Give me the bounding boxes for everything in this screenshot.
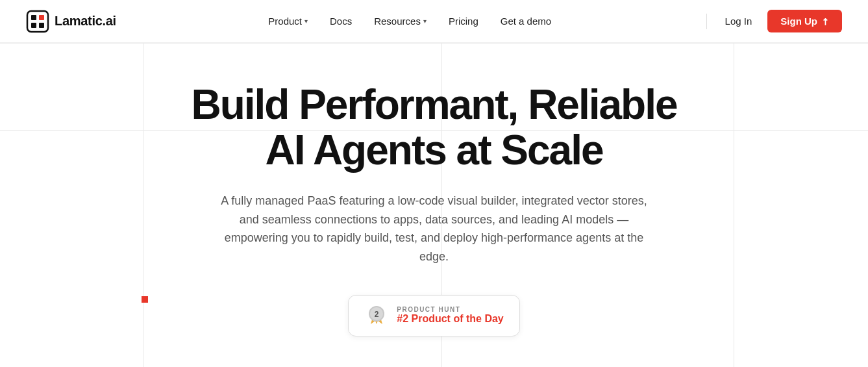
nav-product[interactable]: Product ▾ [259, 10, 317, 32]
nav-resources-label: Resources [374, 16, 421, 27]
nav-product-label: Product [268, 16, 302, 27]
login-button[interactable]: Log In [715, 10, 763, 32]
navbar-center: Product ▾ Docs Resources ▾ Pricing Get a… [259, 10, 560, 32]
red-dot-decoration [142, 296, 148, 303]
product-hunt-label: PRODUCT HUNT [397, 306, 460, 313]
navbar: Lamatic.ai Product ▾ Docs Resources ▾ Pr… [0, 0, 868, 43]
svg-rect-3 [31, 23, 36, 28]
product-hunt-title: #2 Product of the Day [397, 313, 503, 325]
badge-container: 2 PRODUCT HUNT #2 Product of the Day [348, 295, 519, 336]
svg-rect-4 [39, 23, 44, 28]
svg-rect-0 [27, 11, 48, 32]
nav-divider [706, 14, 707, 29]
nav-get-demo-label: Get a demo [501, 16, 551, 27]
svg-text:2: 2 [375, 310, 379, 319]
nav-resources[interactable]: Resources ▾ [365, 10, 436, 32]
signup-button[interactable]: Sign Up ↗ [767, 10, 842, 32]
product-hunt-text: PRODUCT HUNT #2 Product of the Day [397, 306, 503, 325]
nav-docs[interactable]: Docs [321, 10, 361, 32]
product-hunt-badge[interactable]: 2 PRODUCT HUNT #2 Product of the Day [348, 295, 519, 336]
main-content: Build Performant, Reliable AI Agents at … [0, 43, 868, 362]
logo-icon [26, 10, 49, 33]
product-hunt-medal-icon: 2 [364, 303, 389, 328]
signup-arrow-icon: ↗ [819, 15, 832, 28]
product-chevron-icon: ▾ [304, 18, 308, 25]
svg-rect-2 [39, 15, 44, 20]
logo-area[interactable]: Lamatic.ai [26, 10, 116, 33]
signup-label: Sign Up [780, 16, 817, 27]
hero-subtitle: A fully managed PaaS featuring a low-cod… [214, 192, 655, 266]
svg-rect-1 [31, 15, 36, 20]
navbar-right: Log In Sign Up ↗ [704, 10, 842, 32]
nav-docs-label: Docs [330, 16, 352, 27]
logo-text: Lamatic.ai [55, 14, 116, 29]
hero-title: Build Performant, Reliable AI Agents at … [191, 82, 676, 173]
resources-chevron-icon: ▾ [423, 18, 427, 25]
nav-get-demo[interactable]: Get a demo [491, 10, 560, 32]
nav-pricing[interactable]: Pricing [440, 10, 488, 32]
hero-section: Build Performant, Reliable AI Agents at … [0, 43, 868, 362]
nav-pricing-label: Pricing [449, 16, 478, 27]
